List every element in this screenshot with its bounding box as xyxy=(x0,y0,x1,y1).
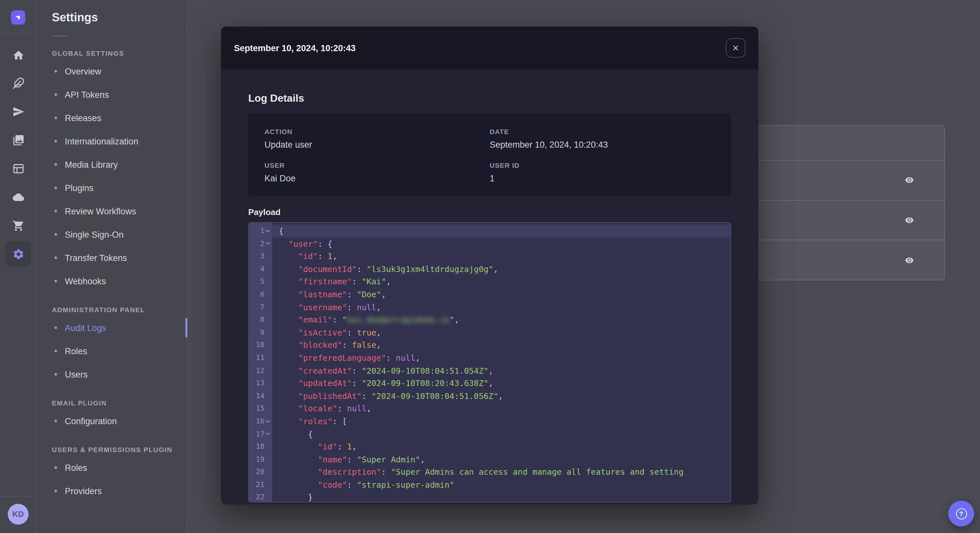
sidebar-item-plugins[interactable]: Plugins xyxy=(36,176,187,200)
help-button[interactable]: ? xyxy=(948,501,974,527)
view-log-button[interactable] xyxy=(902,252,917,268)
line-number: 3 xyxy=(249,250,272,263)
code-text: "username": null, xyxy=(272,301,730,314)
code-line: 22 } xyxy=(249,491,730,503)
code-line: 10 "blocked": false, xyxy=(249,339,730,352)
view-log-button[interactable] xyxy=(902,173,917,188)
sidebar-item-label: Internationalization xyxy=(65,136,138,146)
line-number: 5 xyxy=(249,276,272,288)
payload-code-viewer[interactable]: 1{2 "user": {3 "id": 1,4 "documentId": "… xyxy=(248,222,731,503)
settings-sidebar: Settings GLOBAL SETTINGSOverviewAPI Toke… xyxy=(36,0,187,533)
bullet-icon xyxy=(54,327,57,329)
strapi-logo[interactable] xyxy=(11,10,25,25)
line-number: 14 xyxy=(249,390,272,402)
sidebar-item-roles[interactable]: Roles xyxy=(36,456,187,479)
sidebar-item-label: Media Library xyxy=(65,160,118,169)
rail-item-feather[interactable] xyxy=(5,70,31,96)
chevron-down-icon[interactable] xyxy=(265,432,270,436)
sidebar-item-label: Single Sign-On xyxy=(65,230,124,239)
sidebar-item-single-sign-on[interactable]: Single Sign-On xyxy=(36,223,187,246)
rail-item-cart[interactable] xyxy=(5,213,31,238)
sidebar-item-internationalization[interactable]: Internationalization xyxy=(36,130,187,153)
chevron-down-icon[interactable] xyxy=(265,242,270,246)
line-number: 19 xyxy=(249,453,272,466)
code-line: 3 "id": 1, xyxy=(249,250,730,263)
bullet-icon xyxy=(54,163,57,166)
code-line: 20 "description": "Super Admins can acce… xyxy=(249,466,730,479)
bullet-icon xyxy=(54,210,57,213)
sidebar-item-audit-logs[interactable]: Audit Logs xyxy=(36,316,187,339)
sidebar-item-webhooks[interactable]: Webhooks xyxy=(36,270,187,293)
sidebar-item-configuration[interactable]: Configuration xyxy=(36,409,187,433)
sidebar-item-label: Plugins xyxy=(65,183,94,193)
rail-item-media[interactable] xyxy=(5,127,31,153)
code-text: "code": "strapi-super-admin" xyxy=(272,479,730,491)
detail-value: 1 xyxy=(490,174,715,183)
sidebar-item-label: Transfer Tokens xyxy=(65,253,127,263)
rail-item-home[interactable] xyxy=(5,42,31,68)
strapi-logo-icon xyxy=(13,12,23,23)
code-line: 8 "email": "kai.doe@strapidemo.io", xyxy=(249,314,730,326)
cart-icon xyxy=(12,219,24,232)
rail-item-layout[interactable] xyxy=(5,155,31,181)
code-text: "id": 1, xyxy=(272,440,730,453)
line-number: 2 xyxy=(249,237,272,250)
line-number: 9 xyxy=(249,327,272,339)
line-number: 15 xyxy=(249,403,272,415)
sidebar-item-label: Providers xyxy=(65,486,102,496)
code-text: "description": "Super Admins can access … xyxy=(272,466,730,479)
sidebar-item-overview[interactable]: Overview xyxy=(36,60,187,83)
chevron-down-icon[interactable] xyxy=(265,229,270,233)
line-number: 22 xyxy=(249,491,272,503)
sidebar-item-review-workflows[interactable]: Review Workflows xyxy=(36,200,187,223)
title-divider xyxy=(52,36,67,36)
sidebar-item-roles[interactable]: Roles xyxy=(36,339,187,363)
rail-item-send[interactable] xyxy=(5,98,31,124)
code-text: "user": { xyxy=(272,237,730,250)
code-text: { xyxy=(272,225,730,237)
media-icon xyxy=(12,134,24,146)
avatar[interactable]: KD xyxy=(8,504,29,525)
nav-section-label: EMAIL PLUGIN xyxy=(52,399,187,407)
code-text: } xyxy=(272,491,730,503)
bullet-icon xyxy=(54,117,57,119)
sidebar-item-label: Roles xyxy=(65,463,87,473)
chevron-down-icon[interactable] xyxy=(265,419,270,423)
sidebar-item-label: API Tokens xyxy=(65,90,109,99)
question-mark-icon: ? xyxy=(956,508,967,519)
send-icon xyxy=(12,105,24,117)
bullet-icon xyxy=(54,350,57,352)
main-nav-rail: KD xyxy=(0,0,36,533)
rail-divider-bottom xyxy=(0,496,36,497)
layout-icon xyxy=(12,162,24,174)
sidebar-item-providers[interactable]: Providers xyxy=(36,479,187,503)
sidebar-item-media-library[interactable]: Media Library xyxy=(36,153,187,176)
line-number: 13 xyxy=(249,377,272,390)
detail-label: DATE xyxy=(490,128,715,135)
modal-header: September 10, 2024, 10:20:43 xyxy=(221,27,758,69)
rail-item-cloud[interactable] xyxy=(5,184,31,210)
sidebar-item-transfer-tokens[interactable]: Transfer Tokens xyxy=(36,246,187,270)
code-text: "isActive": true, xyxy=(272,327,730,339)
code-line: 15 "locale": null, xyxy=(249,403,730,415)
sidebar-item-users[interactable]: Users xyxy=(36,363,187,386)
code-line: 17 { xyxy=(249,428,730,440)
line-number: 1 xyxy=(249,225,272,237)
detail-field: USER ID1 xyxy=(490,161,715,183)
close-button[interactable] xyxy=(726,38,745,58)
code-line: 9 "isActive": true, xyxy=(249,327,730,339)
code-line: 12 "createdAt": "2024-09-10T08:04:51.054… xyxy=(249,364,730,377)
code-line: 14 "publishedAt": "2024-09-10T08:04:51.0… xyxy=(249,390,730,402)
code-line: 1{ xyxy=(249,225,730,237)
bullet-icon xyxy=(54,187,57,189)
code-text: "createdAt": "2024-09-10T08:04:51.054Z", xyxy=(272,364,730,377)
bullet-icon xyxy=(54,490,57,492)
sidebar-item-releases[interactable]: Releases xyxy=(36,106,187,130)
rail-item-settings[interactable] xyxy=(5,241,31,267)
code-text: "name": "Super Admin", xyxy=(272,453,730,466)
detail-field: USERKai Doe xyxy=(264,161,490,183)
sidebar-item-label: Audit Logs xyxy=(65,323,106,333)
view-log-button[interactable] xyxy=(902,213,917,228)
sidebar-item-api-tokens[interactable]: API Tokens xyxy=(36,83,187,106)
line-number: 8 xyxy=(249,314,272,326)
